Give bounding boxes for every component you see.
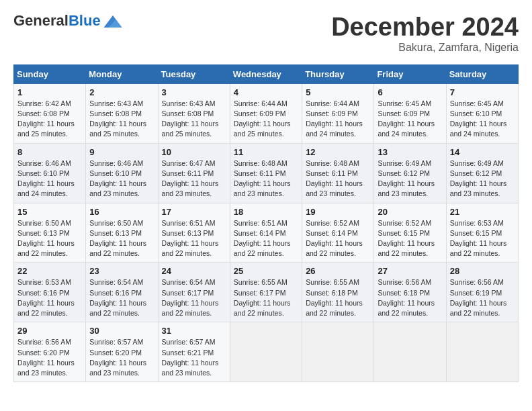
day-of-week-tuesday: Tuesday <box>158 64 230 83</box>
calendar-cell: 4Sunrise: 6:44 AMSunset: 6:09 PMDaylight… <box>230 83 302 143</box>
day-info: Sunrise: 6:56 AMSunset: 6:20 PMDaylight:… <box>17 337 82 378</box>
calendar-cell: 9Sunrise: 6:46 AMSunset: 6:10 PMDaylight… <box>86 143 158 203</box>
calendar-cell <box>374 322 446 382</box>
day-info: Sunrise: 6:45 AMSunset: 6:09 PMDaylight:… <box>378 99 442 140</box>
day-number: 7 <box>450 87 515 97</box>
day-info: Sunrise: 6:54 AMSunset: 6:17 PMDaylight:… <box>162 277 226 318</box>
calendar-table: SundayMondayTuesdayWednesdayThursdayFrid… <box>13 64 519 382</box>
calendar-cell: 25Sunrise: 6:55 AMSunset: 6:17 PMDayligh… <box>230 263 302 322</box>
calendar-cell: 19Sunrise: 6:52 AMSunset: 6:14 PMDayligh… <box>302 203 374 263</box>
day-number: 2 <box>89 87 154 97</box>
day-number: 27 <box>378 266 442 276</box>
logo-general: General <box>13 12 69 29</box>
day-info: Sunrise: 6:54 AMSunset: 6:16 PMDaylight:… <box>89 277 154 318</box>
day-info: Sunrise: 6:53 AMSunset: 6:15 PMDaylight:… <box>450 218 515 259</box>
calendar-week-1: 1Sunrise: 6:42 AMSunset: 6:08 PMDaylight… <box>14 83 519 143</box>
day-info: Sunrise: 6:51 AMSunset: 6:14 PMDaylight:… <box>234 218 298 259</box>
day-number: 16 <box>89 207 154 217</box>
day-info: Sunrise: 6:45 AMSunset: 6:10 PMDaylight:… <box>450 99 515 140</box>
day-info: Sunrise: 6:49 AMSunset: 6:12 PMDaylight:… <box>450 158 515 199</box>
day-info: Sunrise: 6:46 AMSunset: 6:10 PMDaylight:… <box>89 158 154 199</box>
calendar-cell: 7Sunrise: 6:45 AMSunset: 6:10 PMDaylight… <box>446 83 518 143</box>
day-info: Sunrise: 6:50 AMSunset: 6:13 PMDaylight:… <box>17 218 82 259</box>
calendar-cell: 17Sunrise: 6:51 AMSunset: 6:13 PMDayligh… <box>158 203 230 263</box>
logo-icon <box>103 15 122 28</box>
day-info: Sunrise: 6:47 AMSunset: 6:11 PMDaylight:… <box>162 158 226 199</box>
calendar-cell: 10Sunrise: 6:47 AMSunset: 6:11 PMDayligh… <box>158 143 230 203</box>
calendar-cell: 14Sunrise: 6:49 AMSunset: 6:12 PMDayligh… <box>446 143 518 203</box>
day-info: Sunrise: 6:52 AMSunset: 6:15 PMDaylight:… <box>378 218 442 259</box>
day-info: Sunrise: 6:44 AMSunset: 6:09 PMDaylight:… <box>306 99 370 140</box>
page-header: GeneralBlue December 2024 Bakura, Zamfar… <box>13 13 519 54</box>
calendar-cell: 5Sunrise: 6:44 AMSunset: 6:09 PMDaylight… <box>302 83 374 143</box>
day-number: 12 <box>306 147 370 157</box>
calendar-cell: 3Sunrise: 6:43 AMSunset: 6:08 PMDaylight… <box>158 83 230 143</box>
day-info: Sunrise: 6:43 AMSunset: 6:08 PMDaylight:… <box>89 99 154 140</box>
day-number: 20 <box>378 207 442 217</box>
calendar-cell <box>302 322 374 382</box>
day-number: 14 <box>450 147 515 157</box>
calendar-cell: 28Sunrise: 6:56 AMSunset: 6:19 PMDayligh… <box>446 263 518 322</box>
day-of-week-sunday: Sunday <box>14 64 86 83</box>
day-info: Sunrise: 6:50 AMSunset: 6:13 PMDaylight:… <box>89 218 154 259</box>
day-number: 10 <box>162 147 226 157</box>
day-of-week-saturday: Saturday <box>446 64 518 83</box>
day-number: 23 <box>89 266 154 276</box>
calendar-header: SundayMondayTuesdayWednesdayThursdayFrid… <box>14 64 519 83</box>
day-info: Sunrise: 6:49 AMSunset: 6:12 PMDaylight:… <box>378 158 442 199</box>
day-number: 5 <box>306 87 370 97</box>
day-number: 25 <box>234 266 298 276</box>
location-subtitle: Bakura, Zamfara, Nigeria <box>331 42 519 54</box>
calendar-cell: 23Sunrise: 6:54 AMSunset: 6:16 PMDayligh… <box>86 263 158 322</box>
title-block: December 2024 Bakura, Zamfara, Nigeria <box>331 13 519 54</box>
calendar-week-5: 29Sunrise: 6:56 AMSunset: 6:20 PMDayligh… <box>14 322 519 382</box>
calendar-cell: 8Sunrise: 6:46 AMSunset: 6:10 PMDaylight… <box>14 143 86 203</box>
calendar-cell: 1Sunrise: 6:42 AMSunset: 6:08 PMDaylight… <box>14 83 86 143</box>
calendar-cell: 12Sunrise: 6:48 AMSunset: 6:11 PMDayligh… <box>302 143 374 203</box>
day-number: 21 <box>450 207 515 217</box>
day-info: Sunrise: 6:53 AMSunset: 6:16 PMDaylight:… <box>17 277 82 318</box>
calendar-cell: 26Sunrise: 6:55 AMSunset: 6:18 PMDayligh… <box>302 263 374 322</box>
calendar-cell: 31Sunrise: 6:57 AMSunset: 6:21 PMDayligh… <box>158 322 230 382</box>
calendar-cell: 11Sunrise: 6:48 AMSunset: 6:11 PMDayligh… <box>230 143 302 203</box>
day-info: Sunrise: 6:48 AMSunset: 6:11 PMDaylight:… <box>306 158 370 199</box>
day-number: 13 <box>378 147 442 157</box>
day-of-week-wednesday: Wednesday <box>230 64 302 83</box>
day-info: Sunrise: 6:51 AMSunset: 6:13 PMDaylight:… <box>162 218 226 259</box>
day-number: 15 <box>17 207 82 217</box>
day-number: 29 <box>17 326 82 336</box>
calendar-cell: 29Sunrise: 6:56 AMSunset: 6:20 PMDayligh… <box>14 322 86 382</box>
day-info: Sunrise: 6:55 AMSunset: 6:17 PMDaylight:… <box>234 277 298 318</box>
calendar-cell: 30Sunrise: 6:57 AMSunset: 6:20 PMDayligh… <box>86 322 158 382</box>
day-number: 26 <box>306 266 370 276</box>
calendar-cell: 21Sunrise: 6:53 AMSunset: 6:15 PMDayligh… <box>446 203 518 263</box>
calendar-cell: 22Sunrise: 6:53 AMSunset: 6:16 PMDayligh… <box>14 263 86 322</box>
day-info: Sunrise: 6:55 AMSunset: 6:18 PMDaylight:… <box>306 277 370 318</box>
day-number: 11 <box>234 147 298 157</box>
day-of-week-monday: Monday <box>86 64 158 83</box>
calendar-cell <box>446 322 518 382</box>
calendar-cell <box>230 322 302 382</box>
day-number: 4 <box>234 87 298 97</box>
calendar-week-2: 8Sunrise: 6:46 AMSunset: 6:10 PMDaylight… <box>14 143 519 203</box>
day-number: 8 <box>17 147 82 157</box>
calendar-week-4: 22Sunrise: 6:53 AMSunset: 6:16 PMDayligh… <box>14 263 519 322</box>
calendar-cell: 16Sunrise: 6:50 AMSunset: 6:13 PMDayligh… <box>86 203 158 263</box>
day-number: 22 <box>17 266 82 276</box>
day-number: 6 <box>378 87 442 97</box>
day-info: Sunrise: 6:43 AMSunset: 6:08 PMDaylight:… <box>162 99 226 140</box>
calendar-week-3: 15Sunrise: 6:50 AMSunset: 6:13 PMDayligh… <box>14 203 519 263</box>
day-number: 9 <box>89 147 154 157</box>
month-title: December 2024 <box>331 13 519 42</box>
day-info: Sunrise: 6:44 AMSunset: 6:09 PMDaylight:… <box>234 99 298 140</box>
day-info: Sunrise: 6:42 AMSunset: 6:08 PMDaylight:… <box>17 99 82 140</box>
day-info: Sunrise: 6:46 AMSunset: 6:10 PMDaylight:… <box>17 158 82 199</box>
logo-blue: Blue <box>69 12 101 29</box>
day-number: 1 <box>17 87 82 97</box>
day-info: Sunrise: 6:48 AMSunset: 6:11 PMDaylight:… <box>234 158 298 199</box>
calendar-cell: 6Sunrise: 6:45 AMSunset: 6:09 PMDaylight… <box>374 83 446 143</box>
calendar-cell: 18Sunrise: 6:51 AMSunset: 6:14 PMDayligh… <box>230 203 302 263</box>
day-number: 30 <box>89 326 154 336</box>
calendar-cell: 24Sunrise: 6:54 AMSunset: 6:17 PMDayligh… <box>158 263 230 322</box>
day-number: 3 <box>162 87 226 97</box>
